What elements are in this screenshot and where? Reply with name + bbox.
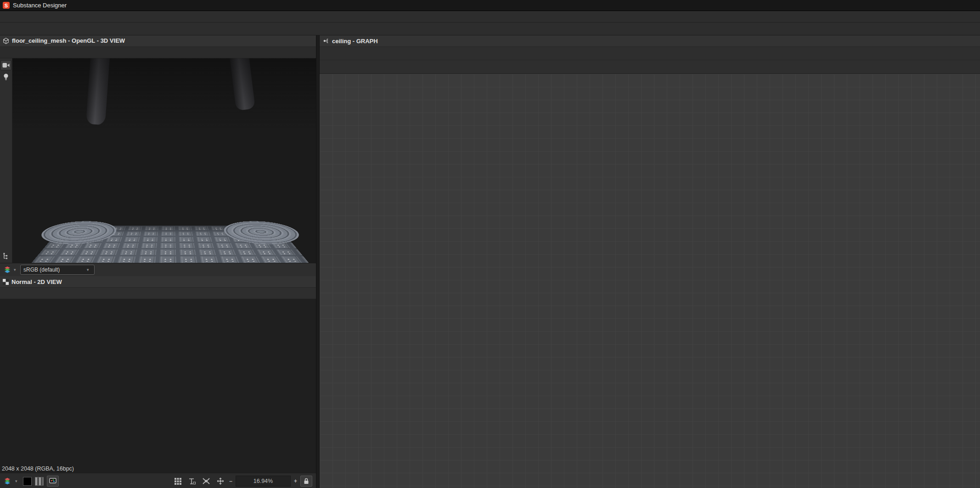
chevron-down-icon[interactable]: ▾ [14,267,18,272]
viewport-2d[interactable]: 2048 x 2048 (RGBA, 16bpc) [0,299,316,473]
colorspace-value: sRGB (default) [23,267,83,273]
scene-tree-icon[interactable] [3,253,10,261]
main-toolbar [0,23,980,35]
display-filter-icon[interactable] [47,476,59,487]
viewport2d-statusbar: ▾ – 16.94% + [0,473,316,488]
window-titlebar: S Substance Designer [0,0,980,11]
corner-molding-rings [31,221,120,244]
zoom-in-button[interactable]: + [294,478,297,484]
light-bulb-icon[interactable] [3,73,9,82]
color-layers-icon[interactable] [4,266,12,273]
background-black-swatch[interactable] [23,477,32,486]
cube-icon [3,38,9,44]
viewport2d-toolbar [0,288,316,299]
lock-zoom-icon[interactable] [300,476,312,487]
viewport3d-colorspace-bar: ▾ sRGB (default) ▾ [0,263,316,276]
pan-view-icon[interactable] [215,476,226,487]
panel-title-2d: Normal - 2D VIEW [11,278,310,285]
fit-area-icon[interactable] [201,476,212,487]
render-3d-scene[interactable] [12,58,316,263]
tile-grid-icon[interactable] [172,476,183,487]
viewport3d-side-toolbar [0,58,12,263]
panel-splitter[interactable] [316,35,320,488]
panel-header-3d: floor_ceiling_mesh - OpenGL - 3D VIEW [0,35,316,47]
normal-map-image[interactable] [77,305,237,465]
viewport3d-menubar [0,47,316,58]
pillar-right [230,58,255,111]
video-camera-icon[interactable] [0,60,11,70]
ceiling-mesh-surface [12,226,316,263]
graph-toolbar-primary [320,47,980,60]
zoom-level: 16.94% [236,476,291,487]
fit-height-icon[interactable] [186,476,197,487]
color-layers-icon[interactable] [4,477,12,485]
panel-title-3d: floor_ceiling_mesh - OpenGL - 3D VIEW [12,37,310,44]
menubar [0,11,980,23]
chevron-down-icon[interactable]: ▾ [15,479,20,483]
chevron-down-icon: ▾ [87,267,91,272]
graph-canvas[interactable] [320,74,980,488]
graph-node-icon [322,38,329,44]
app-title: Substance Designer [13,2,67,9]
panel-header-graph: ceiling - GRAPH [320,35,980,47]
panel-header-2d: Normal - 2D VIEW [0,276,316,288]
checker-icon [3,279,9,285]
image-info: 2048 x 2048 (RGBA, 16bpc) [2,465,74,472]
pillar-left [86,58,110,125]
panel-title-graph: ceiling - GRAPH [332,38,974,45]
colorspace-select[interactable]: sRGB (default) ▾ [20,265,95,275]
viewport-3d[interactable] [0,58,316,263]
tiling-mode-swatch[interactable] [35,477,44,486]
zoom-out-button[interactable]: – [229,478,232,484]
graph-toolbar-library [320,60,980,74]
substance-logo-icon: S [3,2,10,9]
corner-molding-rings [220,221,310,244]
